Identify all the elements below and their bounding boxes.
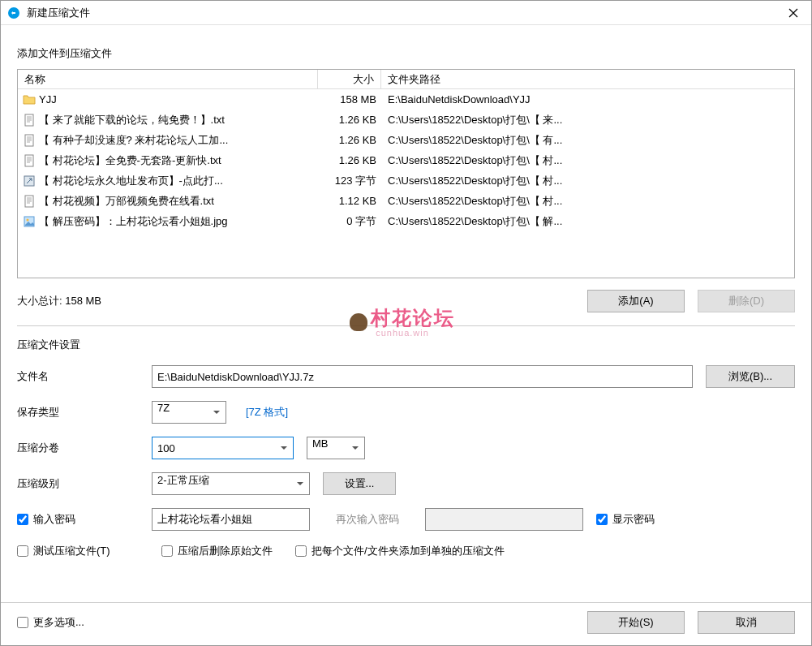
close-button[interactable]: [775, 1, 811, 25]
file-path: C:\Users\18522\Desktop\打包\【 村...: [381, 174, 794, 188]
file-row[interactable]: 【 村花视频】万部视频免费在线看.txt1.12 KBC:\Users\1852…: [18, 191, 794, 211]
file-size: 158 MB: [318, 93, 381, 106]
split-value-input[interactable]: [152, 437, 294, 459]
browse-button[interactable]: 浏览(B)...: [706, 365, 795, 388]
settings-button[interactable]: 设置...: [323, 472, 396, 495]
column-header-size[interactable]: 大小: [318, 70, 381, 88]
column-header-path[interactable]: 文件夹路径: [381, 70, 794, 88]
txt-icon: [23, 154, 36, 167]
total-size-label: 大小总计: 158 MB: [17, 294, 587, 308]
delete-button: 删除(D): [698, 290, 795, 312]
file-path: C:\Users\18522\Desktop\打包\【 村...: [381, 194, 794, 209]
file-name: 【 有种子却没速度? 来村花论坛人工加...: [39, 133, 228, 148]
add-files-heading: 添加文件到压缩文件: [17, 46, 795, 61]
file-name: 【 解压密码】：上村花论坛看小姐姐.jpg: [39, 214, 228, 229]
password-again-input: [425, 508, 583, 531]
file-row[interactable]: 【 解压密码】：上村花论坛看小姐姐.jpg0 字节C:\Users\18522\…: [18, 211, 794, 231]
window-title: 新建压缩文件: [27, 6, 775, 20]
file-name: 【 村花论坛永久地址发布页】-点此打...: [39, 174, 223, 188]
file-row[interactable]: 【 有种子却没速度? 来村花论坛人工加...1.26 KBC:\Users\18…: [18, 130, 794, 150]
file-row[interactable]: 【 村花论坛】全免费-无套路-更新快.txt1.26 KBC:\Users\18…: [18, 150, 794, 170]
file-size: 0 字节: [318, 214, 381, 229]
add-button[interactable]: 添加(A): [587, 290, 685, 312]
save-type-label: 保存类型: [17, 405, 139, 420]
file-path: C:\Users\18522\Desktop\打包\【 解...: [381, 214, 794, 229]
column-header-name[interactable]: 名称: [18, 70, 318, 88]
folder-icon: [23, 93, 36, 106]
settings-heading: 压缩文件设置: [17, 338, 795, 352]
password-again-label: 再次输入密码: [323, 512, 412, 527]
split-unit-select[interactable]: MB: [307, 437, 365, 459]
password-input[interactable]: [152, 508, 310, 531]
separate-archives-checkbox[interactable]: 把每个文件/文件夹添加到单独的压缩文件: [295, 544, 505, 558]
file-path: C:\Users\18522\Desktop\打包\【 来...: [381, 113, 794, 127]
file-path: E:\BaiduNetdiskDownload\YJJ: [381, 93, 794, 106]
txt-icon: [23, 134, 36, 147]
filename-label: 文件名: [17, 369, 139, 384]
file-size: 1.12 KB: [318, 195, 381, 207]
img-icon: [23, 215, 36, 228]
txt-icon: [23, 114, 36, 127]
file-size: 1.26 KB: [318, 134, 381, 146]
svg-point-7: [27, 218, 29, 221]
enter-password-checkbox[interactable]: 输入密码: [17, 512, 139, 527]
filename-input[interactable]: [152, 365, 693, 388]
file-size: 1.26 KB: [318, 154, 381, 166]
cancel-button[interactable]: 取消: [698, 611, 795, 634]
show-password-checkbox[interactable]: 显示密码: [596, 512, 655, 527]
shortcut-icon: [23, 174, 36, 187]
file-name: 【 村花论坛】全免费-无套路-更新快.txt: [39, 153, 221, 168]
file-name: 【 来了就能下载的论坛，纯免费！】.txt: [39, 113, 225, 127]
file-size: 1.26 KB: [318, 114, 381, 126]
split-label: 压缩分卷: [17, 441, 139, 455]
file-size: 123 字节: [318, 174, 381, 188]
level-label: 压缩级别: [17, 476, 139, 491]
start-button[interactable]: 开始(S): [587, 611, 685, 634]
file-path: C:\Users\18522\Desktop\打包\【 有...: [381, 133, 794, 148]
file-row[interactable]: YJJ158 MBE:\BaiduNetdiskDownload\YJJ: [18, 89, 794, 110]
delete-after-checkbox[interactable]: 压缩后删除原始文件: [161, 544, 273, 558]
save-type-select[interactable]: 7Z: [152, 401, 226, 424]
level-select[interactable]: 2-正常压缩: [152, 472, 310, 495]
format-link[interactable]: [7Z 格式]: [246, 405, 288, 420]
file-list: 名称 大小 文件夹路径 YJJ158 MBE:\BaiduNetdiskDown…: [17, 69, 795, 278]
test-archive-checkbox[interactable]: 测试压缩文件(T): [17, 544, 139, 558]
file-name: 【 村花视频】万部视频免费在线看.txt: [39, 194, 214, 209]
file-path: C:\Users\18522\Desktop\打包\【 村...: [381, 153, 794, 168]
txt-icon: [23, 195, 36, 208]
file-row[interactable]: 【 村花论坛永久地址发布页】-点此打...123 字节C:\Users\1852…: [18, 170, 794, 191]
more-options-checkbox[interactable]: 更多选项...: [17, 615, 84, 630]
file-row[interactable]: 【 来了就能下载的论坛，纯免费！】.txt1.26 KBC:\Users\185…: [18, 110, 794, 130]
file-name: YJJ: [39, 93, 57, 106]
app-icon: [7, 6, 20, 19]
